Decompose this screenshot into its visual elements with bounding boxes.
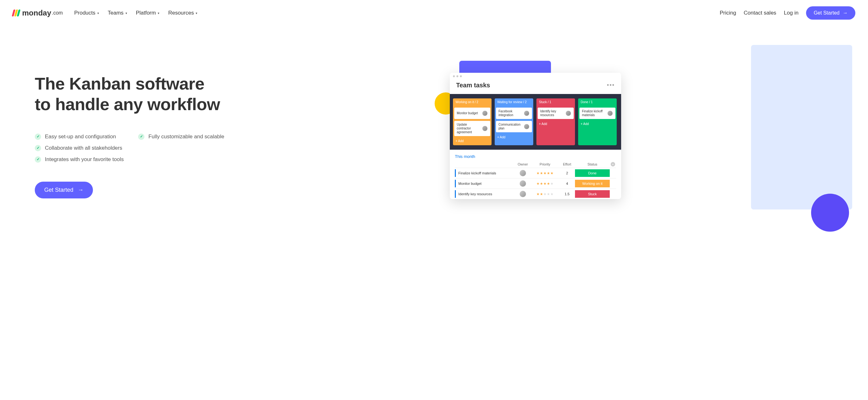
avatar xyxy=(607,110,613,116)
chevron-down-icon: ▾ xyxy=(125,11,127,15)
arrow-right-icon: → xyxy=(843,10,848,16)
login-link[interactable]: Log in xyxy=(784,10,799,16)
feature-item: ✓Collaborate with all stakeholders xyxy=(35,145,237,151)
check-icon: ✓ xyxy=(35,156,41,163)
chevron-down-icon: ▾ xyxy=(158,11,159,15)
task-name: Identify key resources xyxy=(455,190,515,198)
nav-teams[interactable]: Teams▾ xyxy=(108,10,127,16)
table-section: This month Owner Priority Effort Status … xyxy=(450,150,621,199)
check-icon: ✓ xyxy=(35,145,41,151)
kanban-card[interactable]: Update contractor agreement xyxy=(454,121,490,136)
avatar xyxy=(520,170,526,176)
kanban-card[interactable]: Identify key resources xyxy=(538,108,574,119)
feature-item: ✓Fully customizable and scalable xyxy=(138,134,237,140)
effort-value: 2 xyxy=(559,171,575,175)
kanban-add-button[interactable]: + Add xyxy=(453,138,492,144)
avatar xyxy=(565,110,571,116)
kanban-board: Working on it / 2 Monitor budget Update … xyxy=(450,94,621,150)
task-name: Monitor budget xyxy=(455,180,515,187)
get-started-button[interactable]: Get Started→ xyxy=(806,6,855,20)
kanban-card[interactable]: Communication plan xyxy=(496,121,532,132)
priority-stars: ★★★★★ xyxy=(531,182,559,186)
panel-header: Team tasks ••• xyxy=(450,80,621,94)
chevron-down-icon: ▾ xyxy=(97,11,99,15)
kanban-add-button[interactable]: + Add xyxy=(578,121,617,127)
kanban-card[interactable]: Facebook integration xyxy=(496,108,532,119)
feature-list: ✓Easy set-up and configuration ✓Fully cu… xyxy=(35,134,237,163)
header-right: Pricing Contact sales Log in Get Started… xyxy=(720,6,855,20)
decorative-shape xyxy=(811,194,849,232)
kanban-column-stuck: Stuck / 1 Identify key resources + Add xyxy=(536,98,575,145)
more-icon[interactable]: ••• xyxy=(607,82,615,89)
avatar xyxy=(520,180,526,187)
header: monday.com Products▾ Teams▾ Platform▾ Re… xyxy=(0,0,868,26)
logo-icon xyxy=(13,9,20,17)
logo-suffix: .com xyxy=(52,10,63,16)
avatar xyxy=(524,110,529,116)
logo[interactable]: monday.com xyxy=(13,8,63,18)
table-group-title[interactable]: This month xyxy=(455,154,616,159)
kanban-column-header: Stuck / 1 xyxy=(536,98,575,106)
main-nav: Products▾ Teams▾ Platform▾ Resources▾ xyxy=(74,10,197,16)
arrow-right-icon: → xyxy=(78,187,84,193)
kanban-column-review: Waiting for review / 2 Facebook integrat… xyxy=(495,98,533,145)
avatar xyxy=(482,110,488,116)
avatar xyxy=(524,124,529,130)
task-name: Finalize kickoff materials xyxy=(455,169,515,177)
check-icon: ✓ xyxy=(35,134,41,140)
kanban-column-header: Done / 1 xyxy=(578,98,617,106)
avatar xyxy=(520,191,526,197)
contact-sales-link[interactable]: Contact sales xyxy=(744,10,776,16)
kanban-card[interactable]: Finalize kickoff materials xyxy=(580,108,615,119)
pricing-link[interactable]: Pricing xyxy=(720,10,736,16)
effort-value: 1.5 xyxy=(559,192,575,196)
hero-illustration: Team tasks ••• Working on it / 2 Monitor… xyxy=(440,45,833,222)
priority-stars: ★★★★★ xyxy=(531,192,559,196)
priority-stars: ★★★★★ xyxy=(531,171,559,175)
avatar xyxy=(482,126,488,131)
kanban-column-working: Working on it / 2 Monitor budget Update … xyxy=(453,98,492,145)
app-panel: Team tasks ••• Working on it / 2 Monitor… xyxy=(450,73,621,199)
table-header: Owner Priority Effort Status + xyxy=(455,161,616,168)
kanban-add-button[interactable]: + Add xyxy=(495,134,533,140)
kanban-add-button[interactable]: + Add xyxy=(536,121,575,127)
table-row[interactable]: Finalize kickoff materials ★★★★★ 2 Done xyxy=(455,168,616,178)
status-badge: Stuck xyxy=(575,190,610,198)
table-row[interactable]: Monitor budget ★★★★★ 4 Working on it xyxy=(455,178,616,189)
decorative-shape xyxy=(751,45,852,209)
feature-item: ✓Easy set-up and configuration xyxy=(35,134,129,140)
kanban-column-header: Working on it / 2 xyxy=(453,98,492,106)
hero-left: The Kanban software to handle any workfl… xyxy=(35,45,428,222)
nav-products[interactable]: Products▾ xyxy=(74,10,99,16)
kanban-card[interactable]: Monitor budget xyxy=(454,108,490,119)
effort-value: 4 xyxy=(559,182,575,185)
panel-title: Team tasks xyxy=(456,82,490,89)
window-dots xyxy=(450,73,621,80)
hero-title: The Kanban software to handle any workfl… xyxy=(35,74,428,115)
logo-text: monday xyxy=(22,8,51,18)
hero: The Kanban software to handle any workfl… xyxy=(0,26,868,241)
nav-platform[interactable]: Platform▾ xyxy=(136,10,159,16)
chevron-down-icon: ▾ xyxy=(196,11,197,15)
kanban-column-done: Done / 1 Finalize kickoff materials + Ad… xyxy=(578,98,617,145)
feature-item: ✓Integrates with your favorite tools xyxy=(35,156,237,163)
status-badge: Working on it xyxy=(575,180,610,187)
add-column-icon[interactable]: + xyxy=(611,162,615,167)
check-icon: ✓ xyxy=(138,134,145,140)
table-row[interactable]: Identify key resources ★★★★★ 1.5 Stuck xyxy=(455,189,616,199)
nav-resources[interactable]: Resources▾ xyxy=(168,10,197,16)
status-badge: Done xyxy=(575,169,610,177)
hero-get-started-button[interactable]: Get Started→ xyxy=(35,182,93,198)
kanban-column-header: Waiting for review / 2 xyxy=(495,98,533,106)
